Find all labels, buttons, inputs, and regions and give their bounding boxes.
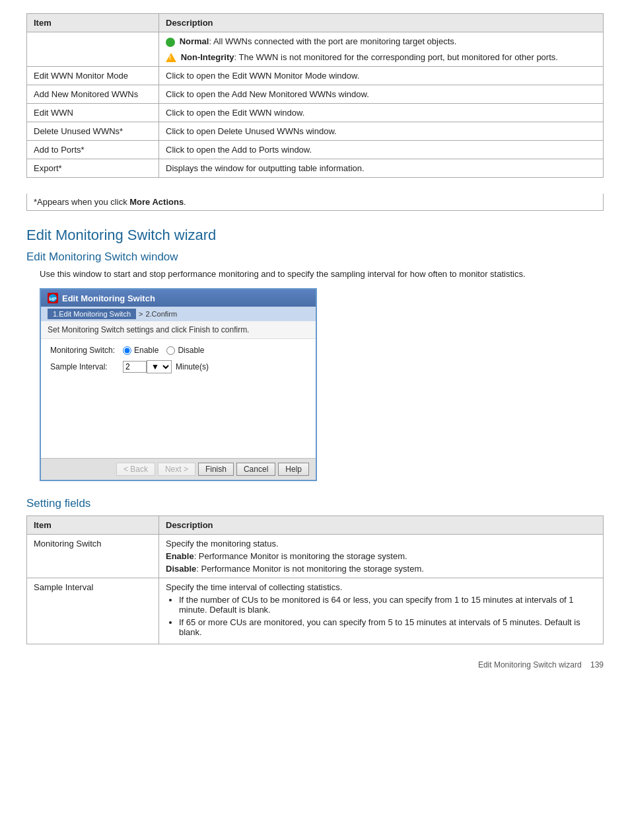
description-cell: Specify the time interval of collecting … [159,578,604,644]
back-button[interactable]: < Back [116,463,155,476]
table-row: Monitoring Switch Specify the monitoring… [27,535,604,578]
monitoring-switch-radio-group[interactable]: Enable Disable [123,346,204,355]
description-cell: Click to open the Edit WWN Monitor Mode … [159,67,604,85]
disable-radio[interactable] [166,346,175,355]
warning-icon [166,53,176,62]
sample-interval-select[interactable]: ▼ [147,360,172,373]
page-footer: Edit Monitoring Switch wizard 139 [26,660,604,669]
item-cell: Add to Ports* [27,141,159,159]
table-row: Add New Monitored WWNs Click to open the… [27,85,604,104]
table-row: Delete Unused WWNs* Click to open Delete… [27,122,604,141]
sample-interval-input[interactable] [123,361,147,373]
wizard-heading: Edit Monitoring Switch wizard [26,227,604,244]
cancel-button[interactable]: Cancel [236,463,275,476]
sample-interval-unit: Minute(s) [176,362,209,371]
description-cell: Click to open the Add New Monitored WWNs… [159,85,604,104]
window-description: Use this window to start and stop perfor… [40,269,604,279]
dialog-instruction: Set Monitoring Switch settings and click… [41,321,316,339]
description-cell: Click to open the Add to Ports window. [159,141,604,159]
enable-radio[interactable] [123,346,131,355]
enable-radio-option[interactable]: Enable [123,346,158,355]
dialog-footer: < Back Next > Finish Cancel Help [41,458,316,480]
table-row: Edit WWN Monitor Mode Click to open the … [27,67,604,85]
table-footnote: *Appears when you click More Actions. [26,194,604,211]
description-cell: Specify the monitoring status. Enable: P… [159,535,604,578]
item-cell [27,32,159,67]
col-item-header: Item [27,14,159,32]
normal-icon [166,38,175,47]
footer-text: Edit Monitoring Switch wizard [478,660,582,669]
setting-fields-table: Item Description Monitoring Switch Speci… [26,515,604,644]
breadcrumb-step2: 2.Confirm [145,310,177,318]
setting-col-item-header: Item [27,516,159,535]
top-actions-table: Item Description Normal: All WWNs connec… [26,13,604,178]
table-row: Add to Ports* Click to open the Add to P… [27,141,604,159]
finish-button[interactable]: Finish [198,463,234,476]
breadcrumb-step1[interactable]: 1.Edit Monitoring Switch [48,309,136,319]
item-cell: Edit WWN Monitor Mode [27,67,159,85]
help-button[interactable]: Help [278,463,309,476]
description-cell: Click to open the Edit WWN window. [159,104,604,122]
item-cell: Monitoring Switch [27,535,159,578]
sample-interval-row: Sample Interval: ▼ Minute(s) [50,360,306,373]
enable-label: Enable [134,346,158,355]
monitoring-switch-row: Monitoring Switch: Enable Disable [50,346,306,355]
hp-logo-icon: HP [48,293,58,303]
sample-interval-label: Sample Interval: [50,362,123,371]
page-number: 139 [590,660,604,669]
description-cell: Displays the window for outputting table… [159,159,604,178]
non-integrity-label: Non-Integrity [181,52,234,62]
table-row: Export* Displays the window for outputti… [27,159,604,178]
window-subheading: Edit Monitoring Switch window [26,250,604,264]
svg-text:HP: HP [49,296,57,302]
dialog-titlebar: HP Edit Monitoring Switch [41,289,316,307]
dialog-title: Edit Monitoring Switch [62,293,155,303]
non-integrity-text: : The WWN is not monitored for the corre… [234,52,558,62]
monitoring-switch-label: Monitoring Switch: [50,346,123,355]
setting-col-description-header: Description [159,516,604,535]
table-row: Sample Interval Specify the time interva… [27,578,604,644]
col-description-header: Description [159,14,604,32]
normal-label: Normal [180,36,209,46]
item-cell: Add New Monitored WWNs [27,85,159,104]
disable-radio-option[interactable]: Disable [166,346,204,355]
disable-label: Disable [178,346,204,355]
table-row: Edit WWN Click to open the Edit WWN wind… [27,104,604,122]
table-row: Normal: All WWNs connected with the port… [27,32,604,67]
description-cell: Click to open Delete Unused WWNs window. [159,122,604,141]
normal-text: : All WWNs connected with the port are m… [209,36,456,46]
item-cell: Export* [27,159,159,178]
dialog-breadcrumb: 1.Edit Monitoring Switch > 2.Confirm [41,307,316,321]
setting-fields-heading: Setting fields [26,497,604,510]
item-cell: Delete Unused WWNs* [27,122,159,141]
breadcrumb-arrow: > [139,310,143,318]
description-cell: Normal: All WWNs connected with the port… [159,32,604,67]
next-button[interactable]: Next > [158,463,195,476]
dialog-body: Monitoring Switch: Enable Disable Sample… [41,339,316,458]
edit-monitoring-switch-dialog: HP Edit Monitoring Switch 1.Edit Monitor… [40,288,317,481]
item-cell: Edit WWN [27,104,159,122]
item-cell: Sample Interval [27,578,159,644]
